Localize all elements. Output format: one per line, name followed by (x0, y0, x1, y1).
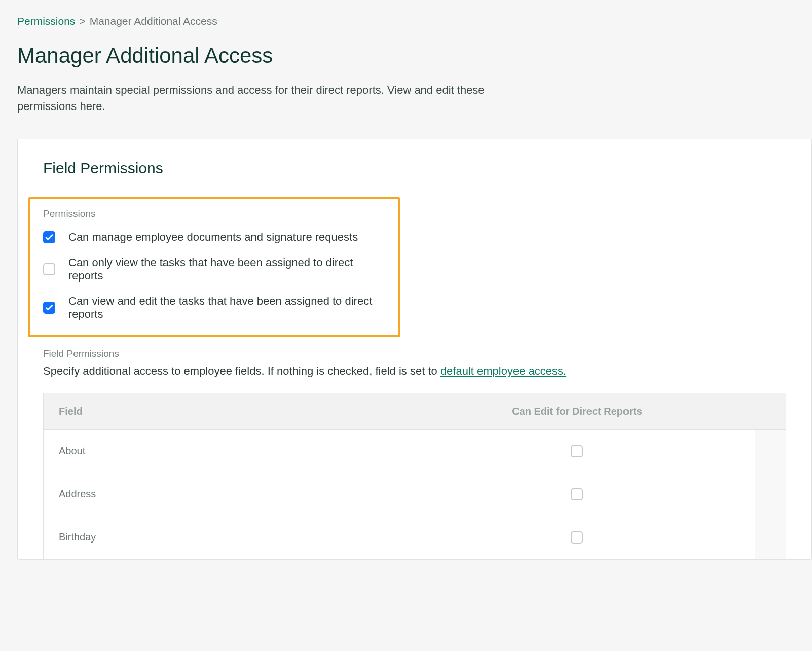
permission-row: Can manage employee documents and signat… (43, 231, 385, 244)
field-permissions-description: Specify additional access to employee fi… (43, 365, 786, 378)
field-permissions-card: Field Permissions Permissions Can manage… (17, 139, 812, 560)
table-header-field: Field (44, 393, 399, 429)
permission-checkbox-view-tasks[interactable] (43, 263, 55, 275)
permissions-label: Permissions (43, 208, 385, 220)
default-employee-access-link[interactable]: default employee access. (440, 365, 566, 377)
card-title: Field Permissions (43, 160, 786, 177)
field-permissions-table: Field Can Edit for Direct Reports About … (43, 393, 786, 559)
check-icon (45, 233, 53, 241)
permission-label: Can view and edit the tasks that have be… (68, 295, 385, 321)
breadcrumb: Permissions > Manager Additional Access (17, 15, 812, 27)
permission-label: Can manage employee documents and signat… (68, 231, 358, 244)
field-permissions-label: Field Permissions (43, 348, 786, 359)
page-description: Managers maintain special permissions an… (17, 82, 534, 115)
permission-row: Can view and edit the tasks that have be… (43, 295, 385, 321)
field-checkbox-birthday[interactable] (571, 531, 583, 544)
breadcrumb-current: Manager Additional Access (90, 15, 217, 27)
table-row: About (44, 429, 786, 473)
field-name: About (44, 429, 399, 473)
field-checkbox-address[interactable] (571, 488, 583, 500)
permission-checkbox-edit-tasks[interactable] (43, 302, 55, 314)
table-header-spacer (755, 393, 786, 429)
permission-checkbox-manage-documents[interactable] (43, 231, 55, 243)
field-name: Birthday (44, 516, 399, 559)
permission-label: Can only view the tasks that have been a… (68, 256, 385, 282)
table-row: Address (44, 473, 786, 516)
breadcrumb-separator: > (79, 15, 85, 27)
table-header-can-edit: Can Edit for Direct Reports (399, 393, 755, 429)
field-name: Address (44, 473, 399, 516)
page-title: Manager Additional Access (17, 44, 812, 68)
permissions-highlight-box: Permissions Can manage employee document… (28, 197, 400, 337)
permission-row: Can only view the tasks that have been a… (43, 256, 385, 282)
breadcrumb-link-permissions[interactable]: Permissions (17, 15, 75, 27)
field-checkbox-about[interactable] (571, 445, 583, 457)
table-row: Birthday (44, 516, 786, 559)
check-icon (45, 304, 53, 312)
